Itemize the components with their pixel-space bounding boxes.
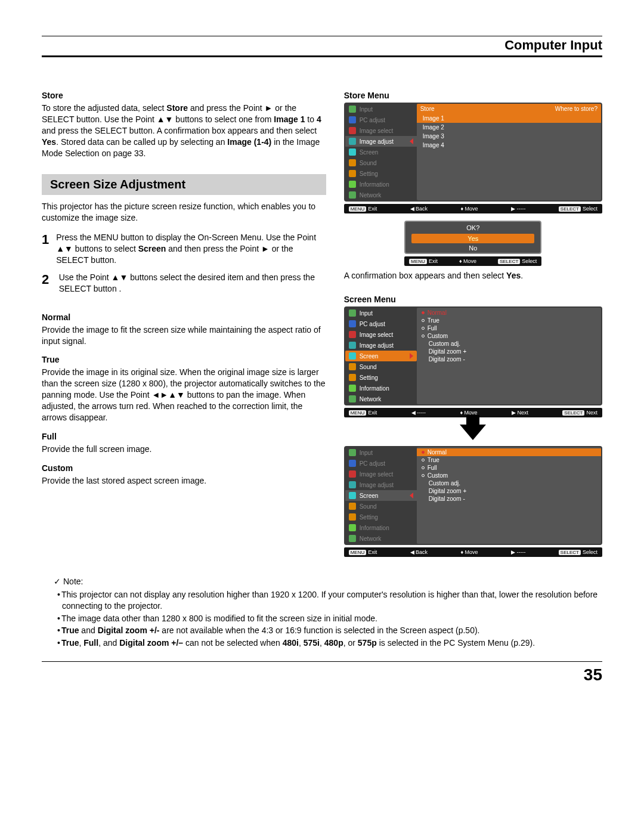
image-select-icon [349,127,356,134]
menu-pc-adjust: PC adjust [360,321,385,327]
mode-full-p: Provide the full screen image. [42,444,326,455]
menu-sound: Sound [360,364,377,370]
menu-information: Information [360,525,389,531]
screen-intro: This projector has the picture screen re… [42,201,326,224]
left-arrow-icon [410,493,413,498]
step-1: 1 Press the MENU button to display the O… [42,232,326,266]
opt-custom-adj: Custom adj. [429,480,460,487]
setting-icon [349,374,356,381]
information-icon [349,181,356,188]
sound-icon [349,363,356,370]
menu-screen: Screen [360,493,379,499]
menu-image-select: Image select [360,471,394,478]
menu-setting: Setting [360,514,378,521]
setting-icon [349,513,356,521]
menu-image-select: Image select [360,128,394,134]
opt-full: Full [428,325,437,332]
menu-network: Network [360,192,382,199]
where-to-store-label: Where to store? [555,106,597,112]
opt-normal: Normal [428,309,447,316]
store-image3: Image 3 [417,132,601,141]
opt-dz-minus: Digital zoom - [429,496,465,502]
menu-setting: Setting [360,171,378,177]
bullet-icon [422,466,425,469]
mode-normal-p: Provide the image to fit the screen size… [42,324,326,347]
menu-sound: Sound [360,160,377,166]
mode-true-p: Provide the image in its original size. … [42,367,326,423]
menu-image-adjust: Image adjust [360,138,394,145]
image-adjust-icon [349,138,356,145]
menu-image-adjust: Image adjust [360,342,394,349]
mode-normal-h: Normal [42,312,326,322]
bullet-icon [422,327,425,330]
confirm-footer: MENUExit ♦ Move SELECTSelect [404,256,541,266]
menu-network: Network [360,396,382,402]
sound-icon [349,159,356,166]
menu-pc-adjust: PC adjust [360,460,385,467]
opt-dz-plus: Digital zoom + [429,348,467,355]
menu-image-select: Image select [360,332,394,338]
note-item: True, Full, and Digital zoom +/– can not… [57,637,602,649]
input-icon [349,449,356,456]
store-image2: Image 2 [417,123,601,132]
bullet-icon [422,335,425,337]
screen-menu-footer-2: MENUExit ◀ Back ♦ Move ▶ ----- SELECTSel… [344,547,602,557]
screen-menu-osd-2: Input PC adjust Image select Image adjus… [344,446,602,545]
store-image1: Image 1 [417,114,601,123]
mode-custom-h: Custom [42,463,326,473]
mode-true-h: True [42,355,326,364]
image-select-icon [349,331,356,338]
opt-custom: Custom [428,472,448,479]
down-arrow-icon [460,425,486,440]
sound-icon [349,503,356,510]
bullet-icon [422,474,425,477]
pc-adjust-icon [349,460,356,467]
network-icon [349,535,356,542]
store-image4: Image 4 [417,141,601,150]
image-adjust-icon [349,481,356,488]
opt-full: Full [428,465,437,471]
menu-network: Network [360,535,382,542]
information-icon [349,524,356,531]
opt-custom-adj: Custom adj. [429,340,460,347]
menu-setting: Setting [360,374,378,381]
pc-adjust-icon [349,320,356,327]
opt-custom: Custom [428,333,448,339]
step-2: 2 Use the Point ▲▼ buttons select the de… [42,272,326,295]
bullet-icon [422,319,425,322]
opt-dz-minus: Digital zoom - [429,356,465,363]
confirm-box: OK? Yes No [404,221,541,254]
menu-sound: Sound [360,503,377,510]
step-number: 2 [42,272,52,295]
network-icon [349,395,356,402]
opt-dz-plus: Digital zoom + [429,488,467,494]
opt-true: True [428,457,439,463]
input-icon [349,106,356,113]
opt-normal: Normal [428,449,447,456]
network-icon [349,191,356,199]
menu-information: Information [360,181,389,188]
store-body: To store the adjusted data, select Store… [42,103,326,159]
menu-image-adjust: Image adjust [360,482,394,488]
screen-menu-heading: Screen Menu [344,295,602,304]
notes-block: Note: This projector can not display any… [42,576,602,649]
bullet-icon [422,459,425,462]
mode-full-h: Full [42,432,326,441]
menu-pc-adjust: PC adjust [360,117,385,123]
right-arrow-icon [410,353,413,359]
note-item: This projector can not display any resol… [57,589,602,612]
menu-screen: Screen [360,353,379,360]
store-menu-heading: Store Menu [344,91,602,100]
step-text: Press the MENU button to display the On-… [56,232,326,266]
menu-input: Input [360,310,373,317]
screen-size-bar: Screen Size Adjustment [42,174,326,195]
input-icon [349,309,356,317]
confirm-no: No [405,243,540,253]
menu-input: Input [360,450,373,456]
page-header: Computer Input [42,36,602,57]
pc-adjust-icon [349,116,356,123]
mode-custom-p: Provide the last stored aspect screen im… [42,475,326,487]
store-menu-osd: Input PC adjust Image select Image adjus… [344,103,602,202]
information-icon [349,385,356,392]
confirm-yes: Yes [411,234,534,243]
